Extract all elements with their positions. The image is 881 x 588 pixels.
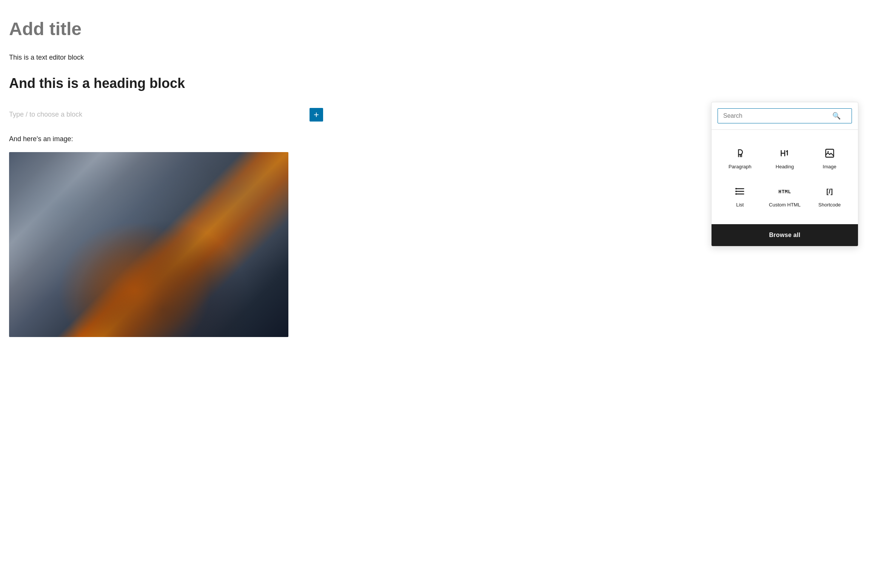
browse-all-button[interactable]: Browse all	[712, 224, 858, 246]
block-item-heading[interactable]: Heading	[762, 139, 807, 177]
page-title[interactable]: Add title	[9, 18, 300, 40]
new-block-area: Type / to choose a block +	[9, 108, 300, 122]
svg-rect-9	[736, 193, 737, 195]
block-item-list[interactable]: List	[718, 177, 762, 215]
heading-block[interactable]: And this is a heading block	[9, 75, 300, 92]
block-picker-search-area: 🔍	[712, 102, 858, 130]
search-wrapper: 🔍	[718, 108, 852, 123]
block-picker-popup: 🔍 Paragraph Heading	[711, 102, 858, 246]
new-block-placeholder[interactable]: Type / to choose a block	[9, 108, 300, 122]
shortcode-label: Shortcode	[818, 202, 841, 208]
svg-rect-8	[736, 191, 737, 192]
block-item-paragraph[interactable]: Paragraph	[718, 139, 762, 177]
heading-label: Heading	[776, 164, 794, 169]
search-input[interactable]	[718, 108, 852, 123]
block-item-shortcode[interactable]: [/] Shortcode	[807, 177, 852, 215]
svg-rect-7	[736, 188, 737, 189]
image-label: And here's an image:	[9, 134, 300, 145]
svg-point-3	[827, 151, 829, 152]
image-icon	[824, 146, 835, 160]
custom-html-label: Custom HTML	[769, 202, 801, 208]
add-block-button[interactable]: +	[310, 108, 323, 122]
block-picker-grid: Paragraph Heading Image	[712, 130, 858, 224]
editor-area: Add title This is a text editor block An…	[0, 0, 310, 355]
list-label: List	[736, 202, 744, 208]
image-label-text: Image	[823, 164, 836, 169]
editor-image	[9, 152, 288, 337]
paragraph-label: Paragraph	[729, 164, 752, 169]
list-icon	[735, 185, 745, 198]
shortcode-icon: [/]	[826, 185, 833, 198]
text-block[interactable]: This is a text editor block	[9, 52, 300, 63]
paragraph-icon	[735, 146, 745, 160]
heading-icon	[779, 146, 790, 160]
custom-html-icon: HTML	[778, 185, 791, 198]
block-item-custom-html[interactable]: HTML Custom HTML	[762, 177, 807, 215]
search-icon: 🔍	[832, 112, 841, 120]
photo-overlay	[9, 152, 288, 337]
block-item-image[interactable]: Image	[807, 139, 852, 177]
